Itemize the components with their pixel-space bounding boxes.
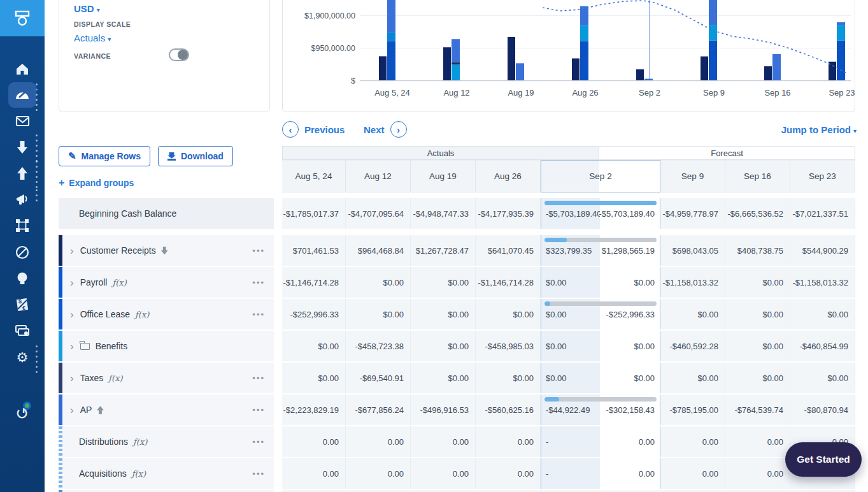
currency-dropdown[interactable]: USD▾ [74,3,100,15]
expand-groups-button[interactable]: + Expand groups [59,177,134,189]
sep2-actual-value[interactable]: $0.00 [541,331,600,361]
announcements-drag-handle[interactable] [36,189,38,201]
settings-drag-handle[interactable] [36,345,38,373]
column-header-aug-19[interactable]: Aug 19 [411,160,476,192]
cell-aug-26[interactable]: -$458,985.03 [476,331,541,361]
row-label-acquisitions[interactable]: Acquisitionsƒ(x)••• [59,458,274,489]
cash-out-segment[interactable] [644,79,653,80]
row-label-distributions[interactable]: Distributionsƒ(x)••• [59,426,274,457]
cell-sep2-benefits[interactable]: $0.00$0.00 [541,331,660,361]
cash-out-segment[interactable] [452,62,460,65]
cell-aug-12[interactable]: $964,468.84 [346,235,411,266]
cell-sep-16[interactable]: $0.00 [725,331,790,361]
cash-out-segment[interactable] [387,33,395,41]
download-button[interactable]: Download [158,146,233,166]
column-header-sep-9[interactable]: Sep 9 [660,160,725,192]
expand-row-chevron-icon[interactable]: › [70,373,74,384]
expand-row-chevron-icon[interactable]: › [70,309,74,320]
cash-out-segment[interactable] [387,0,395,33]
cell-aug-5-24[interactable]: 0.00 [282,426,346,457]
cell-aug-19[interactable]: -$4,948,747.33 [411,198,476,229]
cell-sep2-ap[interactable]: -$44,922.49-$302,158.43 [541,394,660,425]
cell-sep2-taxes[interactable]: $0.00$0.00 [541,363,660,393]
row-menu-button[interactable]: ••• [252,405,265,415]
cash-out-segment[interactable] [709,0,717,25]
cell-aug-19[interactable]: 0.00 [411,426,476,457]
dashboard-drag-handle[interactable] [36,83,38,111]
cash-out-segment[interactable] [452,64,460,80]
column-header-sep-2[interactable]: Sep 2 [541,160,660,192]
get-started-chat-button[interactable]: Get Started [785,442,862,477]
cash-out-segment[interactable] [387,41,395,80]
cell-sep-23[interactable]: -$1,158,013.32 [790,267,855,298]
variance-toggle[interactable] [169,48,189,61]
cell-sep-9[interactable]: -$460,592.28 [660,331,725,361]
sep2-forecast-value[interactable]: 0.00 [600,458,660,489]
sep2-actual-value[interactable]: - [541,458,600,489]
cell-sep2-acquisitions[interactable]: -0.00 [541,458,660,489]
app-logo[interactable] [0,0,45,36]
sep2-forecast-value[interactable]: 0.00 [600,426,660,457]
cash-in-bar[interactable] [701,57,708,80]
cell-sep2-customer-receipts[interactable]: $323,799.35$1,298,565.19 [541,235,660,266]
sidebar-item-fx[interactable]: $ € [0,293,45,317]
manage-rows-button[interactable]: ✎ Manage Rows [59,146,150,166]
cell-aug-12[interactable]: $0.00 [346,299,411,329]
display-scale-dropdown[interactable]: Actuals▾ [74,33,111,44]
row-menu-button[interactable]: ••• [252,469,265,479]
cell-sep2-distributions[interactable]: -0.00 [541,426,660,457]
cell-aug-19[interactable]: 0.00 [411,458,476,489]
row-menu-button[interactable]: ••• [252,437,265,447]
cell-aug-5-24[interactable]: -$2,223,829.19 [282,394,346,425]
cell-aug-26[interactable]: $0.00 [476,299,541,329]
cell-aug-26[interactable]: -$1,146,714.28 [476,267,541,298]
cell-sep-9[interactable]: 0.00 [660,426,725,457]
cash-in-bar[interactable] [443,47,451,80]
cell-aug-12[interactable]: -$458,723.38 [346,331,411,361]
cell-sep-9[interactable]: -$1,158,013.32 [660,267,725,298]
column-header-sep-16[interactable]: Sep 16 [725,160,790,192]
cell-sep-9[interactable]: 0.00 [660,458,725,489]
cell-aug-5-24[interactable]: 0.00 [282,458,346,489]
cash-chart-svg[interactable]: $$950,000.00$1,900,000.00Aug 5, 24Aug 12… [282,0,855,112]
cell-aug-5-24[interactable]: -$252,996.33 [282,299,346,329]
jump-to-period-dropdown[interactable]: Jump to Period▾ [781,124,857,136]
column-header-aug-12[interactable]: Aug 12 [346,160,411,192]
cell-sep-9[interactable]: $698,043.05 [660,235,725,266]
cell-aug-26[interactable]: -$4,177,935.39 [476,198,541,229]
cell-sep-9[interactable]: $0.00 [660,299,725,329]
row-label-beginning-cash-balance[interactable]: Beginning Cash Balance [59,198,274,229]
cell-aug-5-24[interactable]: -$1,146,714.28 [282,267,346,298]
cell-aug-19[interactable]: $0.00 [411,267,476,298]
cell-aug-5-24[interactable]: $0.00 [282,363,346,393]
row-menu-button[interactable]: ••• [252,310,265,319]
sep2-forecast-value[interactable]: $0.00 [600,331,660,361]
cell-sep-23[interactable]: $544,900.29 [790,235,855,266]
row-menu-button[interactable]: ••• [252,278,265,287]
receivables-drag-handle[interactable] [36,134,38,162]
cell-aug-26[interactable]: $641,070.45 [476,235,541,266]
cell-aug-26[interactable]: 0.00 [476,458,541,489]
cell-aug-12[interactable]: -$69,540.91 [346,363,411,393]
sidebar-item-settings[interactable]: ⚙ [0,345,45,369]
sidebar-item-insights[interactable] [0,266,45,291]
sidebar-item-announcements[interactable] [0,187,45,212]
row-label-ap[interactable]: ›AP••• [59,394,274,425]
sep2-actual-value[interactable]: $0.00 [541,363,600,393]
cash-in-bar[interactable] [572,59,580,80]
cash-in-bar[interactable] [508,37,515,80]
cash-out-segment[interactable] [580,41,588,80]
next-period-button[interactable]: Next › [364,121,407,138]
sidebar-item-mail[interactable] [0,109,45,133]
cell-sep-16[interactable]: $408,738.75 [725,235,790,266]
payables-drag-handle[interactable] [36,161,38,188]
cell-sep-23[interactable]: $0.00 [790,299,855,329]
cell-sep-9[interactable]: $0.00 [660,363,725,393]
cell-aug-19[interactable]: $1,267,728.47 [411,235,476,266]
sidebar-item-payables[interactable] [0,161,45,185]
sidebar-item-integrations[interactable] [0,213,45,238]
cell-sep2-payroll[interactable]: $0.00$0.00 [541,267,660,298]
row-label-payroll[interactable]: ›Payrollƒ(x)••• [59,267,274,298]
cell-sep-16[interactable]: $0.00 [725,363,790,393]
cell-aug-26[interactable]: 0.00 [476,426,541,457]
